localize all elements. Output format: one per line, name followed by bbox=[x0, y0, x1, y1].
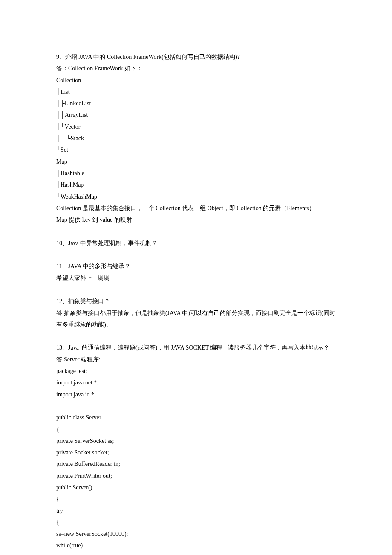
line: public class Server bbox=[56, 412, 336, 423]
line: while(true) bbox=[56, 540, 336, 551]
blank-line bbox=[56, 330, 336, 342]
line: 10、Java 中异常处理机制，事件机制？ bbox=[56, 237, 336, 249]
line: { bbox=[56, 552, 336, 555]
line: Collection bbox=[56, 75, 336, 86]
line: └Set bbox=[56, 144, 336, 156]
line: │ └Stack bbox=[56, 133, 336, 144]
line: private ServerSocket ss; bbox=[56, 435, 336, 447]
line: │└Vector bbox=[56, 121, 336, 133]
line: Map 提供 key 到 value 的映射 bbox=[56, 214, 336, 225]
line: 9、介绍 JAVA 中的 Collection FrameWork(包括如何写自… bbox=[56, 51, 336, 63]
line: │├ArrayList bbox=[56, 109, 336, 121]
line: try bbox=[56, 505, 336, 517]
line: 11、JAVA 中的多形与继承？ bbox=[56, 260, 336, 272]
line: { bbox=[56, 517, 336, 528]
blank-line bbox=[56, 225, 336, 237]
line: 13、Java 的通信编程，编程题(或问答)，用 JAVA SOCKET 编程，… bbox=[56, 342, 336, 353]
line: Map bbox=[56, 156, 336, 168]
line: private Socket socket; bbox=[56, 447, 336, 458]
line: └WeakHashMap bbox=[56, 191, 336, 202]
line: private PrintWriter out; bbox=[56, 470, 336, 482]
line: { bbox=[56, 493, 336, 505]
line: import java.io.*; bbox=[56, 389, 336, 400]
line: 答:抽象类与接口都用于抽象，但是抽象类(JAVA 中)可以有自己的部分实现，而接… bbox=[56, 307, 336, 331]
blank-line bbox=[56, 249, 336, 260]
line: 12、抽象类与接口？ bbox=[56, 295, 336, 307]
line: import java.net.*; bbox=[56, 377, 336, 388]
line: ├List bbox=[56, 86, 336, 98]
line: 答：Collection FrameWork 如下： bbox=[56, 63, 336, 74]
line: 答:Server 端程序: bbox=[56, 354, 336, 365]
line: public Server() bbox=[56, 482, 336, 493]
line: { bbox=[56, 424, 336, 435]
blank-line bbox=[56, 284, 336, 295]
line: package test; bbox=[56, 365, 336, 377]
line: 希望大家补上，谢谢 bbox=[56, 272, 336, 284]
line: private BufferedReader in; bbox=[56, 458, 336, 470]
line: │├LinkedList bbox=[56, 98, 336, 109]
line: ├Hashtable bbox=[56, 168, 336, 179]
blank-line bbox=[56, 400, 336, 412]
line: ss=new ServerSocket(10000); bbox=[56, 528, 336, 540]
line: Collection 是最基本的集合接口，一个 Collection 代表一组 … bbox=[56, 202, 336, 214]
line: ├HashMap bbox=[56, 179, 336, 191]
